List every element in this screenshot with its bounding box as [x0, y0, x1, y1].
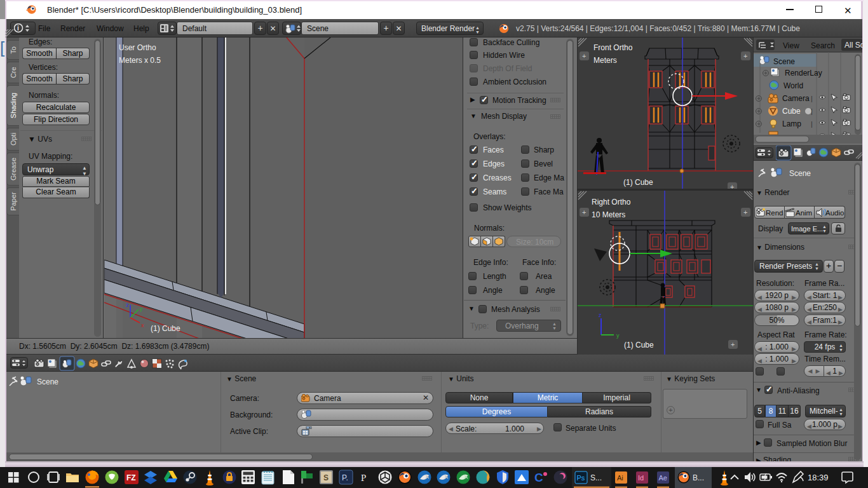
svg-text:RenderLay: RenderLay — [785, 69, 822, 78]
svg-text:|: | — [811, 120, 813, 128]
svg-text:Rend: Rend — [766, 209, 783, 217]
svg-text:x: x — [141, 322, 144, 329]
svg-text:Cube: Cube — [782, 107, 801, 116]
svg-text:All Sc: All Sc — [844, 41, 862, 50]
svg-text:(1) Cube: (1) Cube — [623, 178, 653, 187]
svg-text:Lamp: Lamp — [782, 119, 801, 128]
svg-text:+: + — [730, 183, 734, 189]
svg-text:+: + — [743, 52, 747, 60]
svg-text:Ae: Ae — [659, 474, 667, 482]
svg-text:Ai: Ai — [617, 474, 623, 482]
svg-text:18:39: 18:39 — [808, 473, 829, 482]
svg-text:Front Ortho: Front Ortho — [593, 43, 633, 52]
svg-text:Meters x 0.5: Meters x 0.5 — [119, 56, 161, 65]
svg-text:z: z — [599, 312, 602, 318]
svg-text:B...: B... — [693, 473, 704, 482]
svg-text:Right Ortho: Right Ortho — [592, 198, 631, 207]
svg-text:S...: S... — [590, 473, 602, 482]
svg-text:Camera: Camera — [782, 94, 810, 103]
svg-text:(1) Cube: (1) Cube — [624, 341, 654, 349]
svg-text:y: y — [140, 306, 143, 312]
svg-text:+: + — [743, 208, 747, 216]
svg-text:Search: Search — [811, 41, 835, 50]
svg-text:+: + — [582, 52, 586, 60]
svg-text:+: + — [582, 208, 586, 216]
svg-text:P: P — [361, 473, 366, 483]
svg-text:World: World — [783, 81, 803, 90]
svg-text:C: C — [534, 471, 543, 484]
svg-text:|: | — [811, 95, 813, 102]
svg-text:y: y — [616, 332, 620, 339]
svg-text:P.: P. — [342, 473, 348, 482]
svg-text:S: S — [323, 473, 329, 482]
svg-text:Ps: Ps — [577, 474, 585, 482]
svg-text:10 Meters: 10 Meters — [592, 210, 625, 219]
svg-text:(1) Cube: (1) Cube — [151, 324, 180, 333]
svg-text:Scene: Scene — [773, 57, 795, 66]
svg-text:|: | — [811, 107, 813, 115]
svg-text:User Ortho: User Ortho — [119, 43, 156, 52]
svg-text:+: + — [731, 341, 735, 348]
svg-text:i: i — [17, 25, 19, 32]
svg-text:Id: Id — [638, 474, 644, 482]
svg-text:Meters: Meters — [593, 56, 617, 65]
svg-text:z: z — [126, 302, 129, 308]
svg-text:FZ: FZ — [126, 473, 136, 482]
svg-text:Audio: Audio — [825, 209, 844, 217]
svg-text:View: View — [783, 41, 799, 50]
svg-text:Anim: Anim — [796, 209, 812, 217]
